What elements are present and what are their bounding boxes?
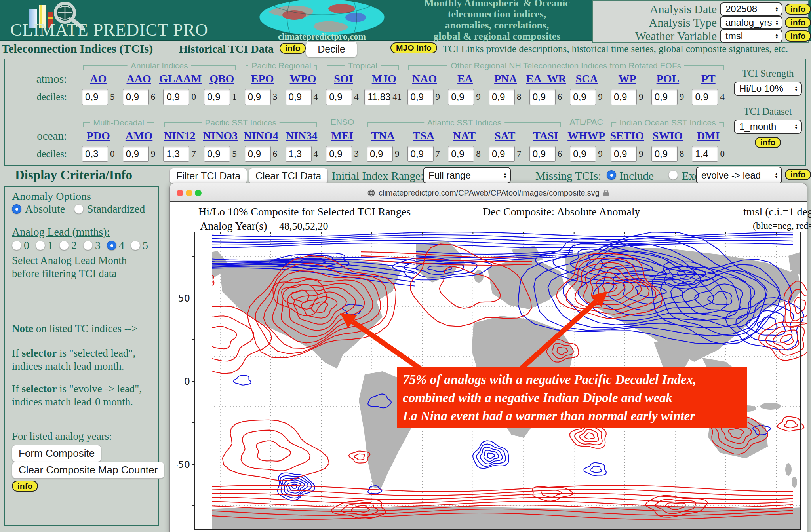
tci-link-nin12[interactable]: NIN12 [164, 129, 195, 142]
tci-link-nin34[interactable]: NIN34 [286, 129, 317, 142]
tci-decile-swio: 8 [680, 149, 684, 159]
tci-input-ea[interactable]: 0,9 [448, 89, 474, 105]
lead-selector-select[interactable]: evolve -> lead ▲▼ [696, 167, 782, 184]
tci-input-nino3[interactable]: 0,9 [204, 146, 230, 162]
tci-link-pdo[interactable]: PDO [87, 129, 110, 142]
tci-input-ao[interactable]: 0,9 [82, 89, 108, 105]
tci-link-mei[interactable]: MEI [331, 129, 353, 142]
tci-link-ao[interactable]: AO [90, 72, 107, 85]
analog-lead-radio-4[interactable] [107, 241, 116, 250]
analysis-type-select[interactable]: analog_yrs ▲▼ [720, 16, 782, 29]
tci-link-sca[interactable]: SCA [576, 72, 598, 85]
tci-link-amo[interactable]: AMO [126, 129, 152, 142]
tci-input-pt[interactable]: 0,9 [692, 89, 718, 105]
tci-input-nat[interactable]: 0,9 [448, 146, 474, 162]
analog-lead-radio-3[interactable] [83, 241, 93, 250]
tci-input-setio[interactable]: 0,9 [611, 146, 637, 162]
decile-button[interactable]: Decile [306, 41, 357, 57]
tci-link-sat[interactable]: SAT [495, 129, 515, 142]
analog-lead-radio-2[interactable] [59, 241, 69, 250]
tci-input-swio[interactable]: 0,9 [651, 146, 678, 162]
tci-link-nat[interactable]: NAT [453, 129, 476, 142]
tci-input-nin12[interactable]: 1,3 [163, 146, 189, 162]
tci-link-nino3[interactable]: NINO3 [203, 129, 238, 142]
tci-decile-cell-pdo: 0,30 [78, 146, 119, 162]
tci-input-qbo[interactable]: 0,9 [204, 89, 230, 105]
tci-input-glaam[interactable]: 0,9 [163, 89, 189, 105]
tci-dataset-info-button[interactable]: info [755, 137, 781, 148]
tci-input-pna[interactable]: 0,9 [489, 89, 515, 105]
analog-lead-radio-0[interactable] [12, 241, 21, 250]
tci-input-wp[interactable]: 0,9 [611, 89, 637, 105]
tci-link-pt[interactable]: PT [701, 72, 716, 85]
tci-input-nino4[interactable]: 0,9 [245, 146, 271, 162]
tci-decile-pdo: 0 [110, 149, 115, 159]
composite-info-button[interactable]: info [12, 481, 38, 492]
tci-input-tna[interactable]: 0,9 [367, 146, 393, 162]
selector-info-button[interactable]: info [785, 169, 811, 180]
tci-input-amo[interactable]: 0,9 [123, 146, 149, 162]
analog-lead-option-label: 3 [95, 239, 101, 252]
mjo-info-button[interactable]: MJO info [390, 42, 437, 53]
tci-link-tasi[interactable]: TASI [533, 129, 558, 142]
analog-lead-radio-1[interactable] [36, 241, 45, 250]
tci-link-dmi[interactable]: DMI [697, 129, 720, 142]
tci-link-wpo[interactable]: WPO [290, 72, 316, 85]
tci-link-setio[interactable]: SETIO [610, 129, 644, 142]
tci-input-soi[interactable]: 0,9 [326, 89, 352, 105]
tci-link-tsa[interactable]: TSA [413, 129, 434, 142]
analysis-date-info-button[interactable]: info [785, 4, 811, 15]
tci-input-epo[interactable]: 0,9 [245, 89, 271, 105]
initial-index-range-select[interactable]: Full range ▲▼ [423, 167, 511, 184]
tci-input-pol[interactable]: 0,9 [651, 89, 678, 105]
tci-link-pol[interactable]: POL [657, 72, 680, 85]
tci-link-epo[interactable]: EPO [251, 72, 274, 85]
missing-include-radio[interactable] [607, 170, 616, 180]
address-bar[interactable]: climatepredictpro.com/CPAweb/CPAtool/ima… [170, 183, 807, 202]
clear-composite-counter-button[interactable]: Clear Composite Map Counter [12, 462, 164, 479]
tci-link-soi[interactable]: SOI [334, 72, 353, 85]
tci-dataset-select[interactable]: 1_month ▲▼ [734, 120, 802, 134]
tci-input-tasi[interactable]: 0,9 [529, 146, 556, 162]
form-composite-button[interactable]: Form Composite [12, 445, 101, 462]
tci-decile-epo: 3 [273, 92, 278, 102]
clear-tci-data-button[interactable]: Clear TCI Data [249, 168, 328, 184]
tci-link-ea[interactable]: EA [457, 72, 473, 85]
tci-link-tna[interactable]: TNA [371, 129, 395, 142]
tci-link-swio[interactable]: SWIO [653, 129, 683, 142]
tci-input-ea-wr[interactable]: 0,9 [529, 89, 556, 105]
tci-input-dmi[interactable]: 1,4 [692, 146, 718, 162]
tci-input-pdo[interactable]: 0,3 [82, 146, 108, 162]
filter-tci-data-button[interactable]: Filter TCI Data [169, 168, 247, 184]
tci-input-whwp[interactable]: 0,9 [570, 146, 596, 162]
analysis-type-info-button[interactable]: info [785, 17, 811, 28]
tci-link-qbo[interactable]: QBO [209, 72, 234, 85]
tci-link-glaam[interactable]: GLAAM [159, 72, 202, 85]
tci-input-sat[interactable]: 0,9 [489, 146, 515, 162]
anomaly-standardized-radio[interactable] [74, 204, 84, 214]
anomaly-absolute-radio[interactable] [12, 204, 21, 214]
tci-input-nin34[interactable]: 1,3 [286, 146, 312, 162]
analysis-date-select[interactable]: 202508 ▲▼ [720, 2, 782, 16]
tci-input-sca[interactable]: 0,9 [570, 89, 596, 105]
tci-strength-select[interactable]: Hi/Lo 10% ▲▼ [734, 82, 802, 96]
tci-input-mjo[interactable]: 11,83 [364, 89, 390, 105]
tci-link-pna[interactable]: PNA [494, 72, 517, 85]
tci-row-label: ocean: [5, 129, 78, 142]
tci-input-aao[interactable]: 0,9 [123, 89, 149, 105]
tci-link-mjo[interactable]: MJO [372, 72, 396, 85]
missing-exclude-radio[interactable] [668, 170, 678, 180]
tci-link-nino4[interactable]: NINO4 [244, 129, 278, 142]
analog-lead-radio-5[interactable] [131, 241, 140, 250]
tci-group-atlantic-sst-indices: Atlantic SST Indices [367, 122, 561, 127]
historical-info-button[interactable]: info [280, 43, 306, 54]
tci-link-aao[interactable]: AAO [126, 72, 151, 85]
tci-link-wp[interactable]: WP [618, 72, 636, 85]
tci-input-nao[interactable]: 0,9 [407, 89, 434, 105]
tci-input-mei[interactable]: 0,9 [326, 146, 352, 162]
tci-input-tsa[interactable]: 0,9 [407, 146, 434, 162]
tci-link-whwp[interactable]: WHWP [567, 129, 605, 142]
tci-link-ea-wr[interactable]: EA_WR [526, 72, 566, 85]
tci-input-wpo[interactable]: 0,9 [286, 89, 312, 105]
tci-link-nao[interactable]: NAO [412, 72, 437, 85]
